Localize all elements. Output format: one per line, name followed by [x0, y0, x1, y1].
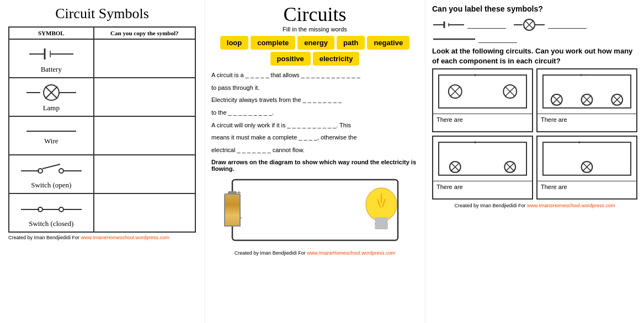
svg-point-24 [366, 188, 397, 221]
circuits-title: Circuits [211, 4, 418, 24]
switch-closed-symbol-cell: Switch (closed) [9, 193, 94, 232]
table-row: Lamp [9, 78, 195, 116]
circuit-diagram-4 [537, 137, 636, 181]
word-positive: positive [270, 52, 311, 66]
svg-rect-27 [375, 226, 388, 229]
battery-copy-cell[interactable] [94, 39, 195, 78]
left-title: Circuit Symbols [8, 6, 196, 22]
word-complete: complete [251, 36, 295, 50]
circuit-box-1: There are [432, 68, 533, 132]
circuit-diagram-2 [537, 69, 636, 114]
lamp-copy-cell[interactable] [94, 78, 195, 116]
circuit-diagram-3 [433, 137, 532, 181]
word-loop: loop [220, 36, 248, 50]
svg-point-13 [59, 169, 63, 173]
middle-footer: Created by Iman Bendjiedidi For www.Iman… [211, 250, 418, 256]
svg-rect-71 [543, 143, 631, 176]
follow-question: Look at the following circuits. Can you … [432, 46, 637, 66]
circuits-grid: There are [432, 68, 637, 200]
word-path: path [337, 36, 365, 50]
switch-open-copy-cell[interactable] [94, 155, 195, 193]
word-electricity: electricity [313, 52, 360, 66]
question-3: A circuit will only work if it is _ _ _ … [211, 120, 418, 131]
battery-id-svg [432, 19, 465, 30]
question-1b: to pass through it. [211, 83, 418, 93]
question-2: Electricity always travels from the _ _ … [211, 95, 418, 105]
answer-prefix-2: There are [541, 116, 567, 123]
answer-line-2[interactable] [548, 21, 587, 29]
right-footer: Created by Iman Bendjiedidi For www.Iman… [432, 203, 637, 208]
table-row: Wire [9, 116, 195, 155]
circuit-answer-3[interactable]: There are [433, 181, 532, 198]
svg-rect-50 [543, 76, 631, 109]
switch-closed-copy-cell[interactable] [94, 193, 195, 232]
answer-prefix-4: There are [541, 184, 567, 190]
switch-closed-symbol-svg [18, 197, 84, 219]
symbols-row-1 [432, 17, 637, 33]
symbols-table: SYMBOL Can you copy the symbol? Battery [8, 26, 196, 233]
bulb-container [359, 185, 403, 237]
svg-point-18 [59, 207, 63, 212]
wire-label: Wire [12, 137, 91, 146]
circuit-1-svg [433, 69, 532, 114]
bulb-svg [359, 185, 403, 235]
wire-symbol-svg [24, 126, 79, 137]
symbol-1 [432, 19, 506, 30]
left-panel: Circuit Symbols SYMBOL Can you copy the … [0, 0, 204, 323]
wire-id-svg [432, 36, 476, 42]
lamp-label: Lamp [12, 104, 91, 112]
lamp-symbol-cell: Lamp [9, 78, 94, 116]
wire-symbol-cell: Wire [9, 116, 94, 155]
circuit-4-svg [537, 137, 636, 181]
battery-terminal [228, 191, 237, 195]
questions-section: A circuit is a _ _ _ _ _ that allows _ _… [211, 70, 418, 155]
circuit-answer-1[interactable]: There are [433, 114, 532, 131]
circuit-answer-4[interactable]: There are [537, 181, 636, 198]
switch-open-symbol-cell: Switch (open) [9, 155, 94, 193]
circuit-answer-2[interactable]: There are [537, 114, 636, 131]
question-1: A circuit is a _ _ _ _ _ that allows _ _… [211, 70, 418, 80]
answer-line-1[interactable] [467, 21, 506, 29]
circuit-diagram-1 [433, 69, 532, 114]
battery-symbol-cell: Battery [9, 39, 94, 78]
switch-open-label: Switch (open) [12, 181, 91, 190]
middle-panel: Circuits Fill in the missing words loop … [204, 0, 425, 323]
battery-body [224, 193, 241, 227]
word-energy: energy [297, 36, 334, 50]
svg-rect-26 [375, 222, 388, 226]
svg-rect-25 [375, 217, 388, 222]
circuit-3-svg [433, 137, 532, 181]
wire-symbol-row [432, 35, 637, 43]
question-3c: electrical _ _ _ _ _ _ _ cannot flow. [211, 145, 418, 155]
table-row: Battery [9, 39, 195, 78]
circuit-box-3: There are [432, 136, 533, 200]
left-footer: Created by Iman Bendjiedidi For www.Iman… [8, 235, 196, 240]
fill-instruction: Fill in the missing words [211, 26, 418, 33]
circuit-2-svg [537, 69, 636, 114]
lamp-id-svg [513, 17, 546, 33]
answer-prefix-1: There are [437, 116, 463, 123]
col1-header: SYMBOL [9, 27, 94, 39]
switch-open-symbol-svg [18, 159, 84, 181]
circuit-box-2: There are [536, 68, 637, 132]
question-2b: to the _ _ _ _ _ _ _ _ _. [211, 107, 418, 118]
left-footer-url: www.ImaneHomeschool.wordpress.com [81, 235, 169, 240]
wire-copy-cell[interactable] [94, 116, 195, 155]
label-question: Can you label these symbols? [432, 4, 637, 13]
answer-prefix-3: There are [437, 184, 463, 190]
question-3b: means it must make a complete _ _ _ _, o… [211, 132, 418, 143]
symbol-2 [513, 17, 587, 33]
battery-symbol-svg [24, 43, 79, 65]
word-negative: negative [367, 36, 409, 50]
svg-line-12 [42, 164, 60, 169]
switch-closed-label: Switch (closed) [12, 219, 91, 228]
battery-label: Battery [12, 65, 91, 74]
answer-line-3[interactable] [478, 35, 517, 43]
circuit-box-4: There are [536, 136, 637, 200]
word-bank: loop complete energy path negative posit… [211, 36, 418, 66]
col2-header: Can you copy the symbol? [94, 27, 195, 39]
circuit-diagram: + − [216, 174, 414, 246]
middle-footer-url: www.ImaneHomeschool.wordpress.com [307, 250, 395, 256]
diagram-label: Draw arrows on the diagram to show which… [211, 159, 418, 172]
lamp-symbol-svg [24, 82, 79, 104]
